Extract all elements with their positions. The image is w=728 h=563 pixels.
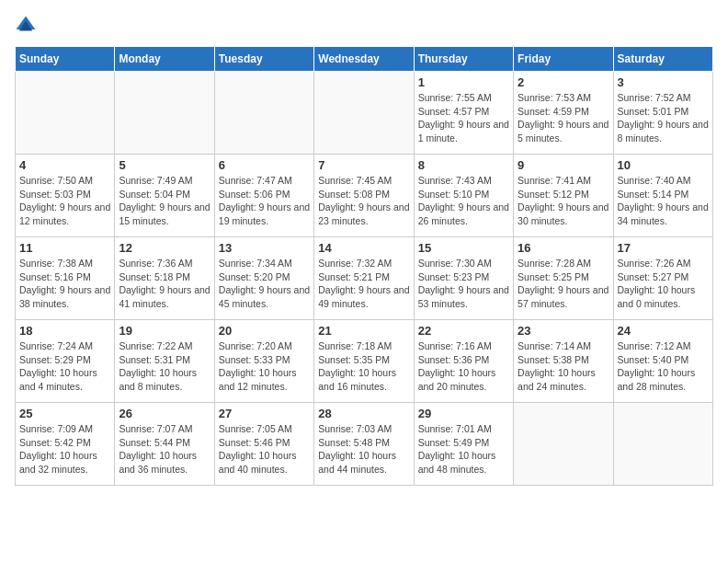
- day-number: 25: [19, 407, 110, 420]
- day-number: 16: [518, 241, 609, 255]
- calendar-cell: [115, 72, 214, 155]
- day-info: Sunrise: 7:43 AM Sunset: 5:10 PM Dayligh…: [418, 174, 509, 228]
- week-row-2: 11Sunrise: 7:38 AM Sunset: 5:16 PM Dayli…: [16, 237, 713, 320]
- calendar-cell: [214, 72, 313, 155]
- calendar-cell: 27Sunrise: 7:05 AM Sunset: 5:46 PM Dayli…: [214, 403, 313, 486]
- day-number: 4: [19, 158, 110, 172]
- calendar-cell: 19Sunrise: 7:22 AM Sunset: 5:31 PM Dayli…: [115, 320, 214, 403]
- day-info: Sunrise: 7:24 AM Sunset: 5:29 PM Dayligh…: [19, 339, 110, 394]
- day-number: 3: [618, 75, 709, 89]
- day-info: Sunrise: 7:47 AM Sunset: 5:06 PM Dayligh…: [219, 174, 310, 228]
- header-friday: Friday: [514, 47, 613, 72]
- day-number: 10: [618, 158, 709, 172]
- day-info: Sunrise: 7:18 AM Sunset: 5:35 PM Dayligh…: [318, 339, 409, 394]
- header-thursday: Thursday: [414, 47, 513, 72]
- day-number: 26: [119, 407, 210, 420]
- day-number: 2: [518, 75, 609, 89]
- calendar-cell: 22Sunrise: 7:16 AM Sunset: 5:36 PM Dayli…: [414, 320, 513, 403]
- day-number: 11: [19, 241, 110, 255]
- day-info: Sunrise: 7:45 AM Sunset: 5:08 PM Dayligh…: [318, 174, 409, 228]
- day-info: Sunrise: 7:36 AM Sunset: 5:18 PM Dayligh…: [119, 257, 210, 311]
- day-number: 28: [318, 407, 409, 420]
- calendar-cell: [514, 403, 613, 486]
- day-info: Sunrise: 7:49 AM Sunset: 5:04 PM Dayligh…: [119, 174, 210, 228]
- calendar-cell: 24Sunrise: 7:12 AM Sunset: 5:40 PM Dayli…: [613, 320, 712, 403]
- day-number: 17: [618, 241, 709, 255]
- day-number: 1: [418, 75, 509, 89]
- day-info: Sunrise: 7:40 AM Sunset: 5:14 PM Dayligh…: [618, 174, 709, 228]
- calendar-cell: 29Sunrise: 7:01 AM Sunset: 5:49 PM Dayli…: [414, 403, 513, 486]
- day-number: 6: [219, 158, 310, 172]
- calendar-cell: [613, 403, 712, 486]
- day-info: Sunrise: 7:03 AM Sunset: 5:48 PM Dayligh…: [318, 422, 409, 477]
- header-wednesday: Wednesday: [314, 47, 414, 72]
- day-number: 24: [618, 324, 709, 338]
- day-info: Sunrise: 7:01 AM Sunset: 5:49 PM Dayligh…: [418, 422, 509, 477]
- calendar-cell: 28Sunrise: 7:03 AM Sunset: 5:48 PM Dayli…: [314, 403, 414, 486]
- logo: [15, 15, 40, 37]
- week-row-4: 25Sunrise: 7:09 AM Sunset: 5:42 PM Dayli…: [16, 403, 713, 486]
- day-number: 15: [418, 241, 509, 255]
- calendar-cell: 18Sunrise: 7:24 AM Sunset: 5:29 PM Dayli…: [16, 320, 115, 403]
- calendar-cell: 12Sunrise: 7:36 AM Sunset: 5:18 PM Dayli…: [115, 237, 214, 320]
- day-number: 13: [219, 241, 310, 255]
- calendar-cell: 13Sunrise: 7:34 AM Sunset: 5:20 PM Dayli…: [214, 237, 313, 320]
- day-info: Sunrise: 7:05 AM Sunset: 5:46 PM Dayligh…: [219, 422, 310, 477]
- day-info: Sunrise: 7:16 AM Sunset: 5:36 PM Dayligh…: [418, 339, 509, 394]
- day-info: Sunrise: 7:20 AM Sunset: 5:33 PM Dayligh…: [219, 339, 310, 394]
- day-info: Sunrise: 7:52 AM Sunset: 5:01 PM Dayligh…: [618, 91, 709, 145]
- calendar-cell: 23Sunrise: 7:14 AM Sunset: 5:38 PM Dayli…: [514, 320, 613, 403]
- day-info: Sunrise: 7:38 AM Sunset: 5:16 PM Dayligh…: [19, 257, 110, 311]
- calendar-cell: 10Sunrise: 7:40 AM Sunset: 5:14 PM Dayli…: [613, 155, 712, 237]
- calendar-cell: 4Sunrise: 7:50 AM Sunset: 5:03 PM Daylig…: [16, 155, 115, 237]
- header-saturday: Saturday: [613, 47, 712, 72]
- day-number: 23: [518, 324, 609, 338]
- calendar-cell: 15Sunrise: 7:30 AM Sunset: 5:23 PM Dayli…: [414, 237, 513, 320]
- calendar-cell: 9Sunrise: 7:41 AM Sunset: 5:12 PM Daylig…: [514, 155, 613, 237]
- day-info: Sunrise: 7:07 AM Sunset: 5:44 PM Dayligh…: [119, 422, 210, 477]
- day-info: Sunrise: 7:22 AM Sunset: 5:31 PM Dayligh…: [119, 339, 210, 394]
- day-info: Sunrise: 7:53 AM Sunset: 4:59 PM Dayligh…: [518, 91, 609, 145]
- day-number: 29: [418, 407, 509, 420]
- calendar-cell: 14Sunrise: 7:32 AM Sunset: 5:21 PM Dayli…: [314, 237, 414, 320]
- calendar-cell: 26Sunrise: 7:07 AM Sunset: 5:44 PM Dayli…: [115, 403, 214, 486]
- week-row-0: 1Sunrise: 7:55 AM Sunset: 4:57 PM Daylig…: [16, 72, 713, 155]
- calendar-header-row: SundayMondayTuesdayWednesdayThursdayFrid…: [16, 47, 713, 72]
- day-info: Sunrise: 7:50 AM Sunset: 5:03 PM Dayligh…: [19, 174, 110, 228]
- day-info: Sunrise: 7:26 AM Sunset: 5:27 PM Dayligh…: [618, 257, 709, 311]
- day-info: Sunrise: 7:30 AM Sunset: 5:23 PM Dayligh…: [418, 257, 509, 311]
- calendar-cell: 3Sunrise: 7:52 AM Sunset: 5:01 PM Daylig…: [613, 72, 712, 155]
- day-info: Sunrise: 7:41 AM Sunset: 5:12 PM Dayligh…: [518, 174, 609, 228]
- day-number: 21: [318, 324, 409, 338]
- day-number: 5: [119, 158, 210, 172]
- day-info: Sunrise: 7:55 AM Sunset: 4:57 PM Dayligh…: [418, 91, 509, 145]
- logo-icon: [15, 15, 37, 37]
- week-row-3: 18Sunrise: 7:24 AM Sunset: 5:29 PM Dayli…: [16, 320, 713, 403]
- calendar-cell: 20Sunrise: 7:20 AM Sunset: 5:33 PM Dayli…: [214, 320, 313, 403]
- calendar-cell: 16Sunrise: 7:28 AM Sunset: 5:25 PM Dayli…: [514, 237, 613, 320]
- calendar-cell: 1Sunrise: 7:55 AM Sunset: 4:57 PM Daylig…: [414, 72, 513, 155]
- day-number: 22: [418, 324, 509, 338]
- header-sunday: Sunday: [16, 47, 115, 72]
- day-number: 14: [318, 241, 409, 255]
- calendar-cell: 11Sunrise: 7:38 AM Sunset: 5:16 PM Dayli…: [16, 237, 115, 320]
- header-monday: Monday: [115, 47, 214, 72]
- calendar-cell: 2Sunrise: 7:53 AM Sunset: 4:59 PM Daylig…: [514, 72, 613, 155]
- day-info: Sunrise: 7:14 AM Sunset: 5:38 PM Dayligh…: [518, 339, 609, 394]
- week-row-1: 4Sunrise: 7:50 AM Sunset: 5:03 PM Daylig…: [16, 155, 713, 237]
- day-number: 18: [19, 324, 110, 338]
- header: [15, 15, 713, 37]
- calendar-cell: [314, 72, 414, 155]
- day-info: Sunrise: 7:32 AM Sunset: 5:21 PM Dayligh…: [318, 257, 409, 311]
- calendar-cell: [16, 72, 115, 155]
- calendar-cell: 17Sunrise: 7:26 AM Sunset: 5:27 PM Dayli…: [613, 237, 712, 320]
- calendar-table: SundayMondayTuesdayWednesdayThursdayFrid…: [15, 46, 713, 486]
- calendar-cell: 25Sunrise: 7:09 AM Sunset: 5:42 PM Dayli…: [16, 403, 115, 486]
- day-number: 19: [119, 324, 210, 338]
- calendar-cell: 7Sunrise: 7:45 AM Sunset: 5:08 PM Daylig…: [314, 155, 414, 237]
- calendar-cell: 5Sunrise: 7:49 AM Sunset: 5:04 PM Daylig…: [115, 155, 214, 237]
- day-info: Sunrise: 7:28 AM Sunset: 5:25 PM Dayligh…: [518, 257, 609, 311]
- day-number: 12: [119, 241, 210, 255]
- day-info: Sunrise: 7:34 AM Sunset: 5:20 PM Dayligh…: [219, 257, 310, 311]
- day-number: 20: [219, 324, 310, 338]
